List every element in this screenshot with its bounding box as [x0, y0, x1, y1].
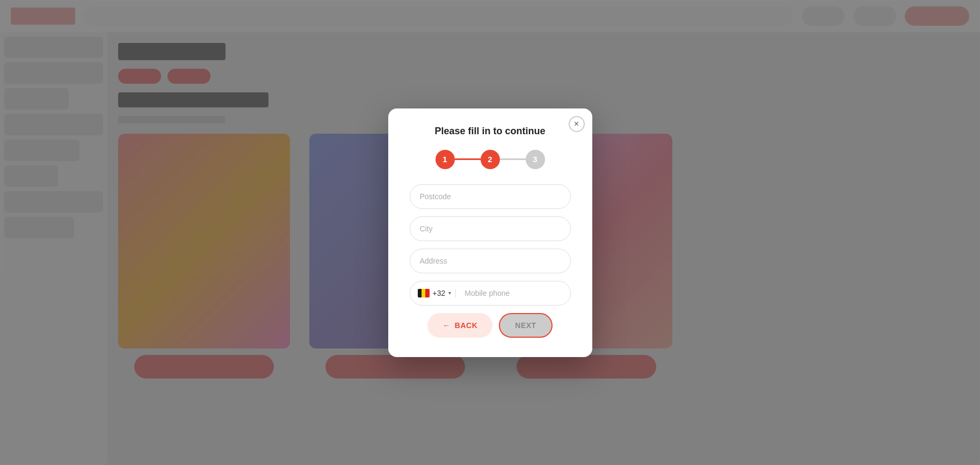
modal-overlay: × Please fill in to continue 1 2 3 — [0, 0, 980, 465]
step-line-2 — [500, 158, 526, 160]
city-group — [410, 216, 571, 241]
address-group — [410, 249, 571, 273]
back-button[interactable]: ← BACK — [427, 313, 492, 338]
modal-title: Please fill in to continue — [410, 126, 571, 137]
country-code-label: +32 — [433, 289, 446, 297]
flag-yellow-stripe — [422, 289, 425, 297]
step-2-label: 2 — [488, 155, 492, 164]
step-line-1 — [455, 158, 481, 160]
flag-black-stripe — [418, 289, 422, 297]
city-input[interactable] — [410, 216, 571, 241]
modal-close-button[interactable]: × — [569, 116, 585, 132]
modal-button-row: ← BACK NEXT — [410, 313, 571, 338]
next-button-label: NEXT — [515, 321, 536, 330]
back-button-label: BACK — [455, 321, 477, 330]
step-3: 3 — [526, 150, 545, 169]
flag-red-stripe — [425, 289, 429, 297]
step-1-label: 1 — [442, 155, 447, 164]
country-selector[interactable]: +32 ▾ — [418, 289, 456, 297]
close-icon: × — [574, 119, 579, 129]
arrow-left-icon: ← — [442, 321, 451, 330]
mobile-phone-input[interactable] — [460, 289, 565, 297]
address-input[interactable] — [410, 249, 571, 273]
belgium-flag-icon — [418, 289, 430, 297]
stepper: 1 2 3 — [410, 150, 571, 169]
step-2: 2 — [481, 150, 500, 169]
chevron-down-icon: ▾ — [448, 290, 451, 296]
postcode-group — [410, 184, 571, 209]
next-button[interactable]: NEXT — [499, 313, 552, 338]
modal-dialog: × Please fill in to continue 1 2 3 — [388, 108, 592, 357]
step-1: 1 — [435, 150, 455, 169]
postcode-input[interactable] — [410, 184, 571, 209]
phone-field-row: +32 ▾ — [410, 281, 571, 306]
step-3-label: 3 — [533, 155, 537, 164]
